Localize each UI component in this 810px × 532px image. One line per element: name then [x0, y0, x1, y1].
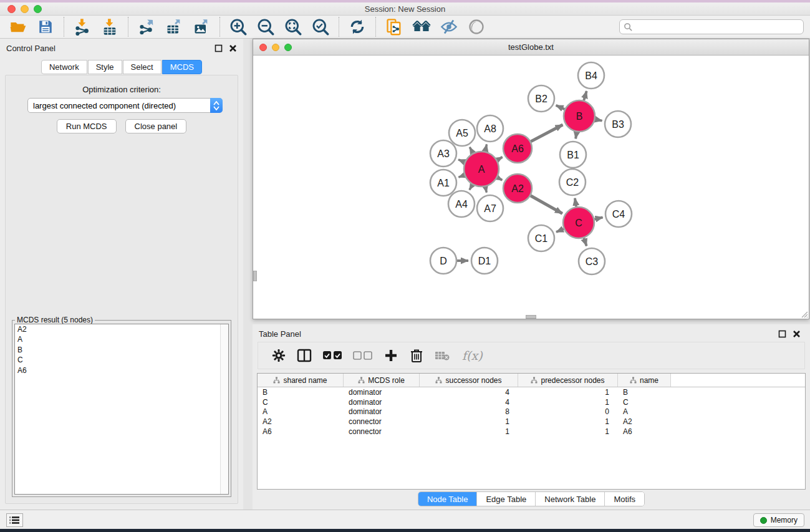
split-panel-button[interactable] [296, 347, 312, 364]
edge-B-B3[interactable] [595, 119, 602, 120]
network-window-titlebar[interactable]: testGlobe.txt [253, 39, 809, 56]
vertical-scrollbar-thumb[interactable] [253, 271, 257, 281]
cell-successor-nodes[interactable]: 1 [420, 427, 518, 436]
table-settings-button[interactable] [271, 347, 287, 364]
edge-A2-C[interactable] [531, 196, 562, 214]
export-table-button[interactable] [165, 17, 183, 36]
table-row[interactable]: Bdominator41B [258, 387, 805, 397]
refresh-button[interactable] [348, 17, 367, 36]
zoom-fit-button[interactable] [284, 17, 302, 36]
cell-MCDS-role[interactable]: connector [344, 417, 420, 426]
cell-successor-nodes[interactable]: 4 [420, 398, 518, 407]
horizontal-scrollbar-thumb[interactable] [526, 315, 536, 319]
memory-button[interactable]: Memory [753, 513, 804, 527]
cell-shared-name[interactable]: C [258, 398, 344, 407]
table-row[interactable]: Cdominator41C [258, 397, 805, 407]
save-session-button[interactable] [36, 17, 55, 36]
show-hidden-button[interactable] [467, 17, 486, 36]
criterion-dropdown[interactable]: largest connected component (directed) [27, 98, 223, 113]
column-header-successor-nodes[interactable]: successor nodes [420, 374, 518, 387]
column-header-predecessor-nodes[interactable]: predecessor nodes [518, 374, 618, 387]
edge-C-C3[interactable] [584, 238, 586, 246]
zoom-selected-button[interactable] [311, 17, 330, 36]
search-input[interactable] [635, 22, 803, 31]
node-table[interactable]: shared nameMCDS rolesuccessor nodesprede… [257, 373, 806, 490]
cell-predecessor-nodes[interactable]: 0 [518, 407, 618, 416]
edge-C-C4[interactable] [594, 218, 602, 220]
tab-motifs[interactable]: Motifs [605, 492, 644, 506]
cell-MCDS-role[interactable]: dominator [344, 407, 420, 416]
cell-name[interactable]: A [618, 407, 671, 416]
edge-A6-B[interactable] [531, 125, 562, 142]
close-panel-button[interactable]: Close panel [125, 119, 187, 133]
result-list-item[interactable]: B [15, 345, 228, 355]
cell-name[interactable]: C [618, 398, 671, 407]
edge-B-B4[interactable] [584, 91, 586, 100]
edge-A-A8[interactable] [485, 144, 486, 151]
edge-C-C2[interactable] [575, 198, 576, 207]
import-network-button[interactable] [73, 17, 92, 36]
tab-edge-table[interactable]: Edge Table [477, 492, 536, 506]
duplicate-network-button[interactable] [385, 17, 403, 36]
tab-network-table[interactable]: Network Table [536, 492, 605, 506]
tab-style[interactable]: Style [88, 60, 122, 74]
edge-A-A1[interactable] [458, 175, 464, 177]
cell-predecessor-nodes[interactable]: 1 [518, 427, 618, 436]
close-panel-icon[interactable] [229, 44, 237, 52]
edge-A-A6[interactable] [497, 157, 502, 160]
cell-shared-name[interactable]: A2 [258, 417, 344, 426]
result-list-item[interactable]: A6 [15, 365, 228, 376]
export-image-button[interactable] [192, 17, 211, 36]
import-table-button[interactable] [100, 17, 119, 36]
deselect-all-rows-button[interactable] [352, 347, 374, 364]
tab-select[interactable]: Select [123, 60, 162, 74]
run-mcds-button[interactable]: Run MCDS [57, 119, 117, 133]
open-file-button[interactable] [9, 17, 27, 36]
edge-A-A5[interactable] [470, 147, 473, 153]
result-list-item[interactable]: A [15, 335, 228, 346]
tab-node-table[interactable]: Node Table [418, 492, 478, 506]
cell-predecessor-nodes[interactable]: 1 [518, 417, 618, 426]
network-graph[interactable]: AA6A2BCA5A8A3A1A4A7B2B4B3B1C2C4C1C3DD1 [253, 56, 809, 319]
cell-MCDS-role[interactable]: connector [344, 427, 420, 436]
network-canvas[interactable]: AA6A2BCA5A8A3A1A4A7B2B4B3B1C2C4C1C3DD1 [253, 56, 809, 319]
table-row[interactable]: A2connector11A2 [258, 417, 805, 427]
column-header-MCDS-role[interactable]: MCDS role [344, 374, 420, 387]
hide-selected-button[interactable] [440, 17, 458, 36]
edge-B-B2[interactable] [556, 105, 565, 109]
table-row[interactable]: A6connector11A6 [258, 427, 805, 437]
cell-predecessor-nodes[interactable]: 1 [518, 398, 618, 407]
column-header-shared-name[interactable]: shared name [258, 374, 344, 387]
create-column-button[interactable] [383, 347, 399, 364]
cell-MCDS-role[interactable]: dominator [344, 398, 420, 407]
cell-successor-nodes[interactable]: 8 [420, 407, 518, 416]
cell-MCDS-role[interactable]: dominator [344, 388, 420, 397]
cell-successor-nodes[interactable]: 4 [420, 388, 518, 397]
edge-A-A3[interactable] [458, 160, 465, 162]
result-list-scrollbar[interactable] [220, 324, 228, 494]
search-box[interactable] [619, 19, 804, 34]
cell-name[interactable]: A2 [618, 417, 671, 426]
close-table-panel-icon[interactable] [793, 330, 801, 338]
function-builder-button[interactable]: f(x) [462, 349, 483, 362]
edge-C-C1[interactable] [556, 229, 564, 232]
task-history-button[interactable] [6, 513, 23, 527]
select-all-rows-button[interactable] [322, 347, 343, 364]
cell-predecessor-nodes[interactable]: 1 [518, 388, 618, 397]
cell-shared-name[interactable]: B [258, 388, 344, 397]
result-list-item[interactable]: C [15, 355, 228, 366]
table-row[interactable]: Adominator80A [258, 407, 805, 417]
export-network-button[interactable] [137, 17, 156, 36]
delete-table-button[interactable] [434, 347, 450, 364]
mcds-result-list[interactable]: A2ABCA6 [14, 324, 229, 495]
tab-mcds[interactable]: MCDS [162, 60, 202, 74]
edge-A-A2[interactable] [498, 178, 503, 180]
cell-shared-name[interactable]: A [258, 407, 344, 416]
cell-successor-nodes[interactable]: 1 [420, 417, 518, 426]
result-list-item[interactable]: A2 [15, 324, 228, 335]
zoom-in-button[interactable] [229, 17, 248, 36]
edge-A-A4[interactable] [470, 185, 473, 190]
resize-grip-icon[interactable] [799, 309, 808, 318]
show-all-button[interactable] [412, 17, 431, 36]
zoom-out-button[interactable] [256, 17, 275, 36]
